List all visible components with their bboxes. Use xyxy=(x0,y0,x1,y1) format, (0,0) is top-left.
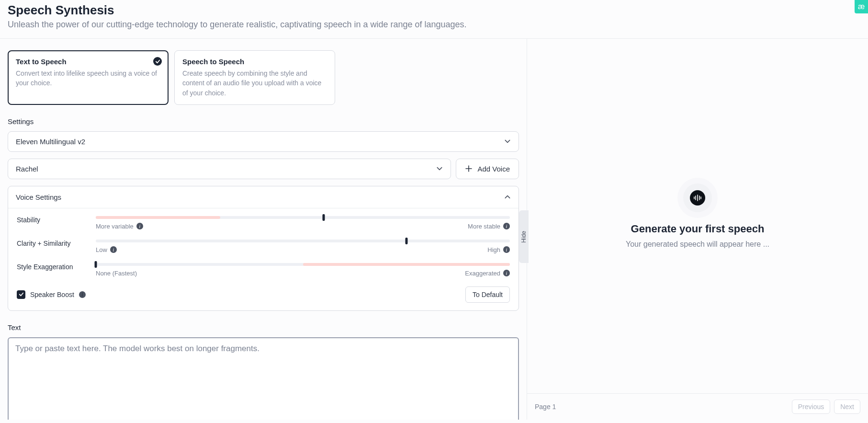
chevron-down-icon xyxy=(436,165,443,172)
model-select[interactable]: Eleven Multilingual v2 xyxy=(8,131,519,152)
voice-settings-toggle[interactable]: Voice Settings xyxy=(8,186,519,208)
audio-placeholder-badge xyxy=(683,183,712,212)
page-title: Speech Synthesis xyxy=(8,3,860,18)
add-voice-button[interactable]: Add Voice xyxy=(456,159,519,179)
chevron-down-icon xyxy=(504,138,511,145)
clarity-left-cap: Low xyxy=(96,246,107,253)
brand-badge[interactable]: æ xyxy=(855,0,868,13)
right-empty-title: Generate your first speech xyxy=(631,223,765,235)
stability-slider[interactable] xyxy=(96,216,510,219)
plus-icon xyxy=(465,165,473,172)
page-indicator: Page 1 xyxy=(535,403,556,411)
right-pane: Hide Generate your first spe xyxy=(527,39,868,420)
brand-glyph: æ xyxy=(858,2,865,11)
voice-settings-panel: Voice Settings Stability More variablei … xyxy=(8,186,519,311)
mode-card-text-to-speech[interactable]: Text to Speech Convert text into lifelik… xyxy=(8,50,169,105)
mode-card-speech-to-speech[interactable]: Speech to Speech Create speech by combin… xyxy=(174,50,335,105)
previous-button[interactable]: Previous xyxy=(792,400,830,414)
style-slider[interactable] xyxy=(96,263,510,266)
style-right-cap: Exaggerated xyxy=(465,270,500,277)
hide-panel-button[interactable]: Hide xyxy=(519,210,529,263)
style-left-cap: None (Fastest) xyxy=(96,270,137,277)
voice-settings-title: Voice Settings xyxy=(16,193,61,201)
info-icon[interactable]: i xyxy=(503,246,510,253)
settings-label: Settings xyxy=(8,117,519,126)
speaker-boost-checkbox[interactable] xyxy=(17,290,25,299)
mode-sts-title: Speech to Speech xyxy=(182,57,327,66)
chevron-up-icon xyxy=(504,194,511,200)
model-selected-value: Eleven Multilingual v2 xyxy=(16,137,85,146)
hide-label: Hide xyxy=(520,231,527,243)
info-icon[interactable]: i xyxy=(503,223,510,229)
info-icon[interactable]: i xyxy=(503,270,510,276)
page-header: Speech Synthesis Unleash the power of ou… xyxy=(0,0,868,39)
to-default-button[interactable]: To Default xyxy=(465,286,510,303)
clarity-label: Clarity + Similarity xyxy=(17,240,96,247)
next-button[interactable]: Next xyxy=(834,400,860,414)
waveform-icon xyxy=(690,190,705,206)
text-label: Text xyxy=(8,323,519,332)
clarity-right-cap: High xyxy=(487,246,500,253)
clarity-slider[interactable] xyxy=(96,240,510,242)
voice-select[interactable]: Rachel xyxy=(8,159,451,179)
stability-right-cap: More stable xyxy=(468,223,500,230)
stability-label: Stability xyxy=(17,216,96,224)
mode-tts-title: Text to Speech xyxy=(16,57,160,66)
voice-selected-value: Rachel xyxy=(16,165,38,173)
stability-left-cap: More variable xyxy=(96,223,134,230)
text-input[interactable] xyxy=(8,337,519,420)
mode-sts-desc: Create speech by combining the style and… xyxy=(182,69,327,98)
mode-tts-desc: Convert text into lifelike speech using … xyxy=(16,69,160,88)
page-subtitle: Unleash the power of our cutting-edge te… xyxy=(8,20,860,30)
left-pane: Text to Speech Convert text into lifelik… xyxy=(0,39,527,420)
speaker-boost-label: Speaker Boost xyxy=(30,291,74,298)
info-icon[interactable]: i xyxy=(136,223,143,229)
style-label: Style Exaggeration xyxy=(17,263,96,271)
info-icon[interactable]: i xyxy=(79,291,86,298)
info-icon[interactable]: i xyxy=(110,246,117,253)
right-empty-subtitle: Your generated speech will appear here .… xyxy=(626,240,769,249)
check-icon xyxy=(153,57,162,66)
add-voice-label: Add Voice xyxy=(477,165,510,173)
